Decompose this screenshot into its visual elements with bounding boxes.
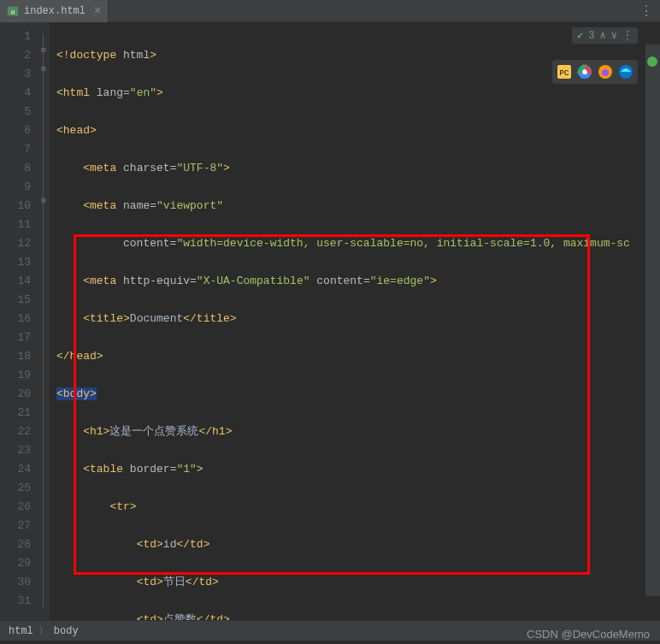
- presence-icon: [647, 56, 657, 67]
- code-line[interactable]: <td>id</td>: [56, 535, 660, 554]
- watermark: CSDN @DevCodeMemo: [527, 628, 650, 641]
- more-icon[interactable]: ⋮: [622, 29, 633, 42]
- code-line[interactable]: <table border="1">: [56, 460, 660, 479]
- fold-toggle-icon[interactable]: ⊟: [39, 46, 48, 55]
- line-number: 10: [0, 197, 31, 216]
- tab-bar: H index.html × ⋮: [0, 0, 660, 22]
- svg-text:H: H: [11, 9, 15, 15]
- fold-gutter: ⊟ ⊟ ⊟: [39, 22, 50, 620]
- code-line[interactable]: <meta charset="UTF-8">: [56, 159, 660, 178]
- line-number: 9: [0, 178, 31, 197]
- chevron-right-icon: 〉: [38, 623, 49, 638]
- fold-toggle-icon[interactable]: ⊟: [39, 65, 48, 74]
- breadcrumb-item[interactable]: html: [9, 625, 33, 637]
- line-number: 19: [0, 366, 31, 385]
- line-number: 30: [0, 573, 31, 592]
- line-number: 5: [0, 103, 31, 121]
- browser-preview-bar: PC: [552, 60, 638, 84]
- inspection-count: 3: [588, 30, 594, 42]
- code-line[interactable]: <head>: [56, 121, 660, 140]
- file-tab[interactable]: H index.html ×: [0, 0, 109, 22]
- line-number: 7: [0, 140, 31, 159]
- line-number: 31: [0, 592, 31, 611]
- line-number: 21: [0, 404, 31, 422]
- line-number: 17: [0, 328, 31, 347]
- line-number: 11: [0, 216, 31, 234]
- close-icon[interactable]: ×: [94, 4, 101, 18]
- code-line[interactable]: <td>点赞数</td>: [56, 611, 660, 620]
- chevron-up-icon[interactable]: ∧: [600, 29, 606, 42]
- line-number: 18: [0, 347, 31, 366]
- code-line[interactable]: <meta name="viewport": [56, 197, 660, 216]
- chrome-icon[interactable]: [576, 63, 593, 80]
- tab-label: index.html: [24, 5, 85, 17]
- editor-area: 1 2 3 4 5 6 7 8 9 10 11 12 13 14 15 16 1…: [0, 22, 660, 620]
- html-file-icon: H: [7, 5, 19, 17]
- code-line[interactable]: <meta http-equiv="X-UA-Compatible" conte…: [56, 272, 660, 291]
- warning-check-icon: ✔: [577, 29, 583, 42]
- code-area[interactable]: <!doctype html> <html lang="en"> <head> …: [50, 22, 660, 620]
- line-number: 1: [0, 27, 31, 46]
- line-number: 22: [0, 422, 31, 441]
- fold-toggle-icon[interactable]: ⊟: [39, 197, 48, 205]
- line-number: 12: [0, 234, 31, 253]
- inspection-widget[interactable]: ✔ 3 ∧ ∨ ⋮: [572, 27, 638, 44]
- line-number: 16: [0, 310, 31, 328]
- code-line[interactable]: content="width=device-width, user-scalab…: [56, 234, 660, 253]
- line-number: 24: [0, 460, 31, 479]
- line-number: 6: [0, 121, 31, 140]
- scrollbar-track[interactable]: [645, 44, 660, 596]
- code-line[interactable]: </head>: [56, 347, 660, 366]
- code-line[interactable]: <title>Document</title>: [56, 310, 660, 328]
- line-number: 20: [0, 385, 31, 404]
- svg-point-7: [602, 69, 609, 76]
- line-number: 26: [0, 498, 31, 517]
- line-number: 15: [0, 291, 31, 310]
- line-number: 28: [0, 535, 31, 554]
- line-number: 3: [0, 65, 31, 84]
- fold-guide: [43, 34, 44, 607]
- line-number: 25: [0, 479, 31, 498]
- more-icon[interactable]: ⋮: [639, 3, 653, 20]
- line-gutter: 1 2 3 4 5 6 7 8 9 10 11 12 13 14 15 16 1…: [0, 22, 39, 620]
- svg-text:PC: PC: [560, 69, 569, 78]
- chevron-down-icon[interactable]: ∨: [611, 29, 617, 42]
- line-number: 23: [0, 441, 31, 460]
- code-line[interactable]: <html lang="en">: [56, 84, 660, 103]
- code-line[interactable]: <body>: [56, 385, 660, 404]
- line-number: 8: [0, 159, 31, 178]
- line-number: 13: [0, 253, 31, 272]
- edge-icon[interactable]: [617, 63, 634, 80]
- line-number: 4: [0, 84, 31, 103]
- line-number: 29: [0, 554, 31, 573]
- code-line[interactable]: <h1>这是一个点赞系统</h1>: [56, 422, 660, 441]
- ide-preview-icon[interactable]: PC: [556, 63, 573, 80]
- line-number: 2: [0, 46, 31, 65]
- line-number: 27: [0, 517, 31, 535]
- code-line[interactable]: <td>节日</td>: [56, 573, 660, 592]
- breadcrumb-item[interactable]: body: [54, 625, 79, 637]
- line-number: 14: [0, 272, 31, 291]
- code-line[interactable]: <tr>: [56, 498, 660, 517]
- firefox-icon[interactable]: [597, 63, 614, 80]
